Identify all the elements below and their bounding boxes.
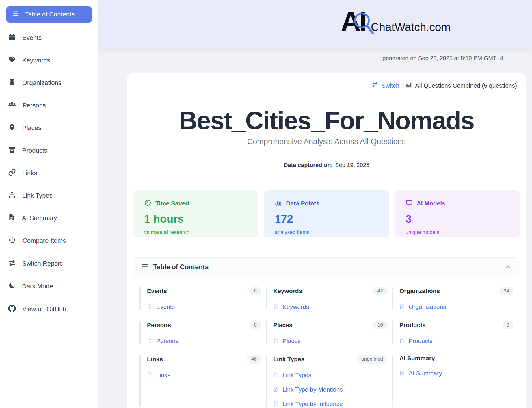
sidebar-item-links[interactable]: Links (0, 162, 98, 184)
sidebar-item-events[interactable]: Events (0, 27, 98, 49)
toc-section-badge: 42 (373, 287, 387, 295)
logo-name: ChatWatch.com (371, 21, 451, 34)
stat-value: 3 (405, 213, 509, 225)
stat-value: 172 (275, 213, 378, 225)
stat-label: Data Points (286, 200, 319, 207)
header-band: AI ChatWatch.com (98, 0, 532, 49)
sidebar-item-label: Dark Mode (22, 283, 53, 290)
sidebar-item-label: Places (22, 124, 41, 132)
toc-section-places: Places 16 Places (266, 321, 387, 344)
toc-section-events: Events 0 Events (139, 287, 261, 310)
sidebar-item-keywords[interactable]: Keywords (0, 49, 98, 72)
toc-section-links: Links 46 Links (139, 355, 261, 407)
data-captured-label: Data captured on: (284, 162, 333, 168)
sidebar-item-label: Links (22, 169, 37, 177)
sidebar-item-label: Events (22, 34, 42, 42)
building-icon (8, 78, 16, 88)
sidebar: Table of Contents Events Keywords Organi… (0, 0, 98, 408)
scale-icon (8, 236, 16, 246)
report-card: Switch All Questions Combined (5 questio… (127, 73, 526, 408)
bar-chart-colored-icon (405, 81, 412, 90)
combined-questions-label: All Questions Combined (5 questions) (405, 81, 517, 90)
sidebar-item-dark-mode[interactable]: Dark Mode (0, 275, 98, 298)
toc-section-title: AI Summary (399, 355, 435, 362)
sidebar-item-persons[interactable]: Persons (0, 94, 98, 117)
toc-section-title: Links (147, 356, 163, 363)
toc-link-products[interactable]: Products (399, 337, 514, 344)
sidebar-item-ai-summary[interactable]: AI Summary (0, 207, 98, 229)
document-icon (8, 214, 16, 223)
toc-link-ai-summary[interactable]: AI Summary (399, 370, 514, 377)
toc-section-title: Keywords (273, 288, 302, 294)
persons-icon (8, 101, 16, 110)
toc-link-links[interactable]: Links (147, 372, 261, 379)
report-title: Best_Cities_For_Nomads (133, 107, 520, 134)
sidebar-item-view-on-github[interactable]: View on GitHub (0, 298, 98, 320)
sidebar-item-label: Table of Contents (25, 11, 75, 18)
stat-label: AI Models (417, 200, 445, 207)
toc-section-title: Organizations (399, 288, 440, 294)
stat-label: Time Saved (155, 200, 189, 207)
stat-caption: unique models (405, 229, 509, 235)
sidebar-item-label: Keywords (22, 57, 50, 64)
sidebar-item-switch-report[interactable]: Switch Report (0, 252, 98, 275)
sidebar-item-organizations[interactable]: Organizations (0, 72, 98, 94)
list-icon (12, 10, 19, 19)
magnifier-icon (352, 12, 375, 37)
toc-link-link-type-by-mentions[interactable]: Link Type by Mentions (273, 386, 387, 393)
sidebar-item-label: View on GitHub (22, 305, 66, 313)
table-of-contents-panel: Table of Contents Events 0 Events Keywor… (134, 257, 519, 408)
toc-link-persons[interactable]: Persons (147, 337, 261, 344)
toc-section-title: Products (399, 322, 426, 329)
toc-section-badge: 34 (499, 287, 514, 295)
report-toolbar: Switch All Questions Combined (5 questio… (127, 73, 526, 95)
toc-link-keywords[interactable]: Keywords (273, 303, 387, 310)
generated-timestamp: generated on Sep 23, 2025 at 8:10 PM GMT… (98, 49, 532, 62)
toc-link-link-types[interactable]: Link Types (273, 372, 387, 379)
toc-section-badge: 46 (247, 355, 261, 364)
sidebar-item-compare-items[interactable]: Compare Items (0, 229, 98, 252)
toc-section-products: Products 0 Products (392, 321, 514, 344)
toc-section-title: Events (147, 288, 167, 294)
toc-link-places[interactable]: Places (273, 337, 387, 344)
sidebar-item-label: Persons (23, 102, 46, 109)
sidebar-item-table-of-contents[interactable]: Table of Contents (6, 6, 92, 23)
stat-card-data-points: Data Points 172 analyzed items (264, 190, 389, 237)
toc-section-badge: 0 (250, 287, 261, 295)
toc-link-organizations[interactable]: Organizations (399, 303, 514, 310)
sidebar-item-link-types[interactable]: Link Types (0, 184, 98, 207)
stat-value: 1 hours (144, 213, 248, 225)
toolbar-divider (127, 95, 526, 95)
toc-header[interactable]: Table of Contents (134, 258, 519, 277)
toc-section-link-types: Link Types undefined Link Types Link Typ… (266, 355, 387, 407)
stat-caption: analyzed items (275, 229, 378, 235)
sidebar-item-label: Link Types (22, 192, 53, 199)
toc-section-keywords: Keywords 42 Keywords (266, 287, 387, 310)
data-captured-line: Data captured on:Sep 19, 2025 (127, 162, 526, 168)
toc-section-title: Link Types (273, 356, 304, 363)
toc-section-title: Persons (147, 322, 171, 329)
toc-section-organizations: Organizations 34 Organizations (392, 287, 514, 310)
stats-row: Time Saved 1 hours vs manual research Da… (133, 190, 520, 237)
sitemap-icon (8, 191, 16, 201)
toc-title: Table of Contents (153, 263, 209, 271)
monitor-icon (405, 199, 413, 208)
chevron-up-icon[interactable] (504, 263, 512, 271)
sidebar-item-label: Products (22, 147, 47, 154)
moon-icon (8, 282, 16, 291)
toc-section-persons: Persons 0 Persons (139, 321, 261, 344)
toc-section-badge: undefined (357, 355, 387, 364)
toc-link-link-type-by-influence[interactable]: Link Type by Influence (273, 400, 387, 407)
switch-report-link[interactable]: Switch (372, 81, 399, 90)
toc-section-ai-summary: AI Summary AI Summary (392, 355, 514, 407)
switch-arrows-icon (372, 81, 379, 90)
toc-section-badge: 0 (250, 321, 261, 329)
toc-section-title: Places (273, 322, 293, 329)
chatwatch-logo[interactable]: AI ChatWatch.com (341, 8, 451, 35)
tag-icon (8, 56, 16, 65)
data-captured-value: Sep 19, 2025 (335, 162, 369, 168)
toc-link-events[interactable]: Events (147, 303, 261, 310)
sidebar-item-places[interactable]: Places (0, 117, 98, 139)
hamburger-icon (141, 263, 148, 272)
sidebar-item-products[interactable]: Products (0, 139, 98, 162)
